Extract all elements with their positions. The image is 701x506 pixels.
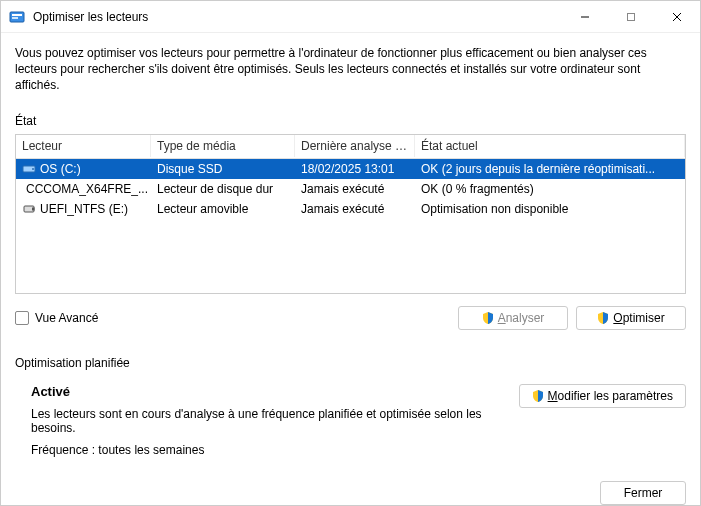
col-current-state[interactable]: État actuel bbox=[415, 135, 685, 157]
cell-last: 18/02/2025 13:01 bbox=[295, 160, 415, 178]
shield-icon bbox=[532, 390, 544, 402]
status-section-label: État bbox=[15, 114, 686, 128]
optimize-drives-window: Optimiser les lecteurs Vous pouvez optim… bbox=[0, 0, 701, 506]
col-media-type[interactable]: Type de média bbox=[151, 135, 295, 157]
modify-label: Modifier les paramètres bbox=[548, 389, 673, 403]
schedule-header: Optimisation planifiée bbox=[15, 356, 686, 370]
table-body: OS (C:)Disque SSD18/02/2025 13:01OK (2 j… bbox=[16, 159, 685, 219]
svg-point-8 bbox=[32, 168, 34, 170]
advanced-view-label: Vue Avancé bbox=[35, 311, 98, 325]
analyze-button[interactable]: Analyser bbox=[458, 306, 568, 330]
advanced-view-checkbox[interactable]: Vue Avancé bbox=[15, 311, 98, 325]
table-row[interactable]: OS (C:)Disque SSD18/02/2025 13:01OK (2 j… bbox=[16, 159, 685, 179]
drive-name: CCCOMA_X64FRE_... bbox=[26, 182, 148, 196]
content-area: Vous pouvez optimiser vos lecteurs pour … bbox=[1, 33, 700, 469]
cell-state: OK (2 jours depuis la dernière réoptimis… bbox=[415, 160, 685, 178]
svg-rect-4 bbox=[628, 13, 635, 20]
cell-drive: UEFI_NTFS (E:) bbox=[16, 200, 151, 218]
cell-state: Optimisation non disponible bbox=[415, 200, 685, 218]
schedule-frequency: Fréquence : toutes les semaines bbox=[31, 443, 519, 457]
cell-drive: OS (C:) bbox=[16, 160, 151, 178]
close-button[interactable] bbox=[654, 1, 700, 33]
window-title: Optimiser les lecteurs bbox=[33, 10, 562, 24]
optimize-label: Optimiser bbox=[613, 311, 664, 325]
table-header: Lecteur Type de média Dernière analyse o… bbox=[16, 135, 685, 159]
cell-media: Lecteur amovible bbox=[151, 200, 295, 218]
cell-media: Disque SSD bbox=[151, 160, 295, 178]
window-controls bbox=[562, 1, 700, 33]
drive-icon bbox=[22, 202, 36, 216]
cell-last: Jamais exécuté bbox=[295, 200, 415, 218]
intro-text: Vous pouvez optimiser vos lecteurs pour … bbox=[15, 45, 686, 94]
cell-state: OK (0 % fragmentés) bbox=[415, 180, 685, 198]
drive-icon bbox=[22, 162, 36, 176]
checkbox-box[interactable] bbox=[15, 311, 29, 325]
col-last-analysis[interactable]: Dernière analyse o... bbox=[295, 135, 415, 157]
svg-rect-1 bbox=[12, 14, 22, 16]
cell-last: Jamais exécuté bbox=[295, 180, 415, 198]
schedule-section: Optimisation planifiée Activé Les lecteu… bbox=[15, 356, 686, 457]
shield-icon bbox=[482, 312, 494, 324]
footer: Fermer bbox=[1, 469, 700, 506]
minimize-button[interactable] bbox=[562, 1, 608, 33]
below-table-row: Vue Avancé Analyser Optimiser bbox=[15, 306, 686, 330]
optimize-button[interactable]: Optimiser bbox=[576, 306, 686, 330]
drives-table: Lecteur Type de média Dernière analyse o… bbox=[15, 134, 686, 294]
drive-name: OS (C:) bbox=[40, 162, 81, 176]
table-row[interactable]: UEFI_NTFS (E:)Lecteur amovibleJamais exé… bbox=[16, 199, 685, 219]
table-row[interactable]: CCCOMA_X64FRE_...Lecteur de disque durJa… bbox=[16, 179, 685, 199]
cell-drive: CCCOMA_X64FRE_... bbox=[16, 180, 151, 198]
schedule-status-title: Activé bbox=[31, 384, 519, 399]
analyze-label: Analyser bbox=[498, 311, 545, 325]
svg-rect-12 bbox=[32, 207, 35, 210]
titlebar: Optimiser les lecteurs bbox=[1, 1, 700, 33]
cell-media: Lecteur de disque dur bbox=[151, 180, 295, 198]
close-dialog-button[interactable]: Fermer bbox=[600, 481, 686, 505]
svg-rect-2 bbox=[12, 17, 18, 19]
shield-icon bbox=[597, 312, 609, 324]
maximize-button[interactable] bbox=[608, 1, 654, 33]
drive-name: UEFI_NTFS (E:) bbox=[40, 202, 128, 216]
app-icon bbox=[9, 9, 25, 25]
col-drive[interactable]: Lecteur bbox=[16, 135, 151, 157]
modify-settings-button[interactable]: Modifier les paramètres bbox=[519, 384, 686, 408]
schedule-desc: Les lecteurs sont en cours d'analyse à u… bbox=[31, 407, 519, 435]
